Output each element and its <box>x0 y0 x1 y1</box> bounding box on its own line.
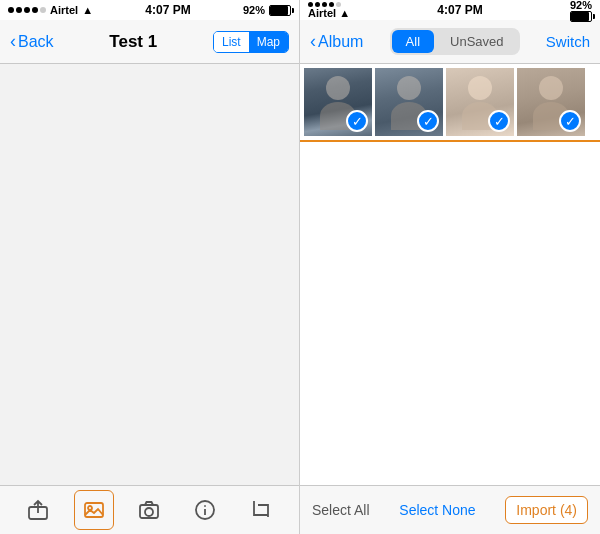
photos-grid: ✓ ✓ ✓ ✓ <box>300 64 600 142</box>
left-back-chevron: ‹ <box>10 31 16 52</box>
switch-button[interactable]: Switch <box>546 33 590 50</box>
right-main-content <box>300 142 600 485</box>
seg-unsaved-button[interactable]: UnSaved <box>436 30 517 53</box>
photo-check-1: ✓ <box>346 110 368 132</box>
right-bottom-bar: Select All Select None Import (4) <box>300 485 600 534</box>
left-carrier: Airtel <box>50 4 78 16</box>
right-battery-pct: 92% <box>570 0 592 11</box>
segment-control: All UnSaved <box>390 28 520 55</box>
left-wifi-icon: ▲ <box>82 4 93 16</box>
right-status-right: 92% <box>570 0 592 22</box>
left-battery-bar <box>269 5 291 16</box>
left-status-left: Airtel ▲ <box>8 4 93 16</box>
signal-dot-3 <box>24 7 30 13</box>
right-panel: Airtel ▲ 4:07 PM 92% ‹ Album All UnSaved… <box>300 0 600 534</box>
left-panel: Airtel ▲ 4:07 PM 92% ‹ Back Test 1 List … <box>0 0 300 534</box>
left-toolbar <box>0 485 299 534</box>
signal-dots <box>8 7 46 13</box>
album-back-button[interactable]: ‹ Album <box>310 31 363 52</box>
left-battery-fill <box>270 6 288 15</box>
svg-point-4 <box>145 508 153 516</box>
right-status-bar: Airtel ▲ 4:07 PM 92% <box>300 0 600 20</box>
camera-button[interactable] <box>129 490 169 530</box>
photo-thumb-4[interactable]: ✓ <box>517 68 585 136</box>
right-wifi-icon: ▲ <box>339 7 350 19</box>
share-button[interactable] <box>18 490 58 530</box>
right-time: 4:07 PM <box>437 3 482 17</box>
info-button[interactable] <box>185 490 225 530</box>
seg-all-button[interactable]: All <box>392 30 434 53</box>
signal-dot-4 <box>32 7 38 13</box>
right-nav-bar: ‹ Album All UnSaved Switch <box>300 20 600 64</box>
photo-thumb-1[interactable]: ✓ <box>304 68 372 136</box>
photos-button[interactable] <box>74 490 114 530</box>
left-back-label: Back <box>18 33 54 51</box>
left-battery-pct: 92% <box>243 4 265 16</box>
select-none-button[interactable]: Select None <box>399 502 475 518</box>
right-battery-bar <box>570 11 592 22</box>
signal-dot-2 <box>16 7 22 13</box>
crop-button[interactable] <box>241 490 281 530</box>
left-nav-title: Test 1 <box>109 32 157 52</box>
left-main-content <box>0 64 299 485</box>
left-status-right: 92% <box>243 4 291 16</box>
signal-dot-1 <box>8 7 14 13</box>
album-back-label: Album <box>318 33 363 51</box>
right-carrier: Airtel <box>308 7 336 19</box>
svg-point-7 <box>205 506 206 507</box>
left-nav-bar: ‹ Back Test 1 List Map <box>0 20 299 64</box>
right-battery-fill <box>571 12 589 21</box>
album-back-chevron: ‹ <box>310 31 316 52</box>
photo-check-4: ✓ <box>559 110 581 132</box>
signal-dot-5 <box>40 7 46 13</box>
photo-check-3: ✓ <box>488 110 510 132</box>
view-toggle-group: List Map <box>213 31 289 53</box>
import-button[interactable]: Import (4) <box>505 496 588 524</box>
select-all-button[interactable]: Select All <box>312 502 370 518</box>
list-toggle-button[interactable]: List <box>214 32 249 52</box>
left-time: 4:07 PM <box>145 3 190 17</box>
right-status-left: Airtel ▲ <box>308 2 350 19</box>
map-toggle-button[interactable]: Map <box>249 32 288 52</box>
svg-rect-1 <box>85 503 103 517</box>
left-back-button[interactable]: ‹ Back <box>10 31 54 52</box>
left-status-bar: Airtel ▲ 4:07 PM 92% <box>0 0 299 20</box>
photo-thumb-3[interactable]: ✓ <box>446 68 514 136</box>
photo-thumb-2[interactable]: ✓ <box>375 68 443 136</box>
photo-check-2: ✓ <box>417 110 439 132</box>
